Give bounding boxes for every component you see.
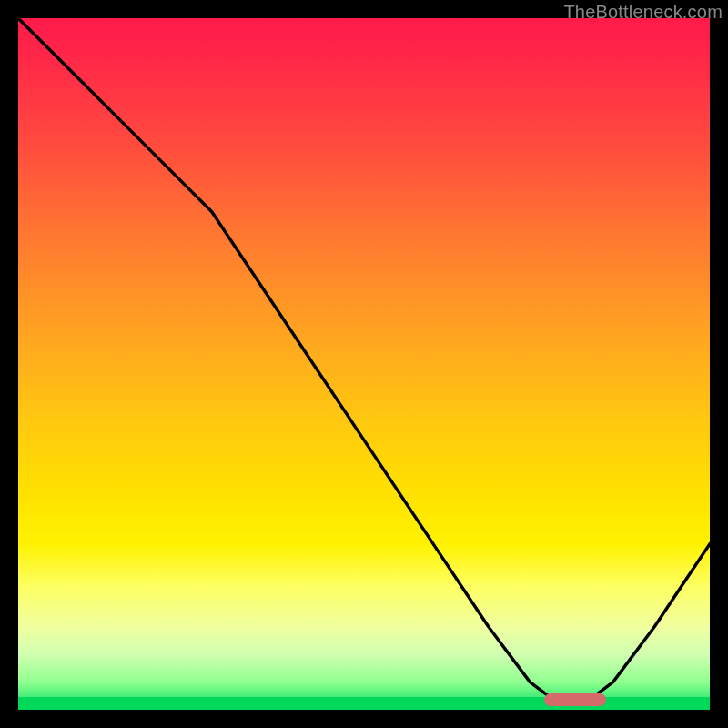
- chart-plot-area: [18, 18, 710, 710]
- baseline-band: [18, 697, 710, 710]
- optimal-marker: [544, 693, 606, 706]
- curve-path: [18, 18, 710, 703]
- curve-svg: [18, 18, 710, 710]
